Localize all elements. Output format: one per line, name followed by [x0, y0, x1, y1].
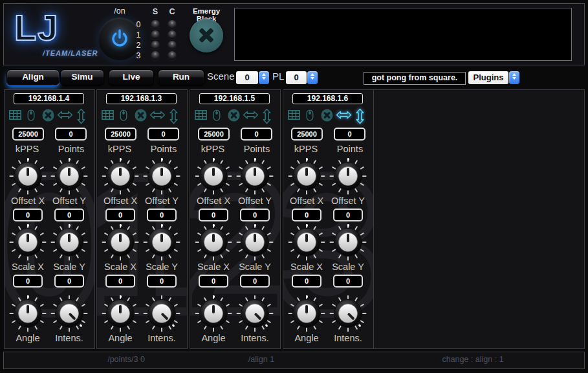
- mouse-icon[interactable]: [116, 107, 131, 124]
- led-row-label: 3: [134, 51, 143, 60]
- grid-icon[interactable]: [100, 107, 115, 124]
- tab-run[interactable]: Run: [158, 69, 204, 85]
- knob-value-field[interactable]: 0: [54, 275, 84, 288]
- stepper-arrows-icon[interactable]: [509, 71, 519, 84]
- intensity-knob[interactable]: [143, 295, 180, 332]
- status-align: /align 1: [248, 355, 274, 364]
- kpps-field[interactable]: 25000: [291, 128, 323, 141]
- clear-x-icon[interactable]: [319, 107, 334, 124]
- ip-address-field[interactable]: 192.168.1.6: [292, 93, 363, 104]
- laser-channel-panel-2: 2 192.168.1.5: [190, 89, 281, 349]
- status-led: [168, 41, 177, 50]
- horizontal-arrows-icon[interactable]: [243, 107, 258, 124]
- knob-value-field[interactable]: 0: [54, 209, 84, 221]
- laser-channel-panel-0: 0 192.168.1.4: [4, 89, 95, 349]
- angle-knob[interactable]: [102, 295, 139, 332]
- app-logo-subtitle: /TEAM/LASER: [43, 49, 98, 57]
- scale-y-knob[interactable]: [236, 223, 274, 261]
- plugins-dropdown[interactable]: Plugins: [468, 71, 519, 84]
- kpps-field[interactable]: 25000: [198, 128, 230, 141]
- vertical-arrows-icon[interactable]: [166, 107, 181, 124]
- status-led: [151, 20, 160, 29]
- scale-x-knob[interactable]: [195, 223, 232, 261]
- scene-label: Scene: [207, 71, 235, 82]
- horizontal-arrows-icon[interactable]: [336, 107, 351, 124]
- ip-address-field[interactable]: 192.168.1.3: [106, 93, 177, 104]
- knob-value-field[interactable]: 0: [292, 275, 321, 288]
- knob-value-field[interactable]: 0: [147, 275, 177, 288]
- clear-x-icon[interactable]: [40, 107, 56, 124]
- scale-x-knob[interactable]: [288, 223, 325, 261]
- knob-value-field[interactable]: 0: [13, 275, 43, 288]
- offset-y-knob[interactable]: [329, 157, 367, 195]
- offset-y-knob[interactable]: [50, 157, 88, 195]
- clear-x-icon[interactable]: [133, 107, 148, 124]
- horizontal-arrows-icon[interactable]: [149, 107, 165, 124]
- knob-value-field[interactable]: 0: [333, 275, 363, 288]
- mouse-icon[interactable]: [23, 107, 39, 124]
- knob-value-field[interactable]: 0: [292, 209, 321, 221]
- led-column-header-s: S: [151, 7, 160, 16]
- scale-y-knob[interactable]: [143, 223, 180, 261]
- emergency-blackout-button[interactable]: [190, 19, 223, 52]
- knob-value-field[interactable]: 0: [13, 209, 43, 221]
- grid-icon[interactable]: [7, 107, 23, 124]
- offset-x-knob[interactable]: [195, 157, 232, 195]
- offset-y-knob[interactable]: [236, 157, 274, 195]
- plugins-dropdown-value[interactable]: Plugins: [468, 71, 508, 84]
- knob-value-field[interactable]: 0: [105, 275, 135, 288]
- knob-value-field[interactable]: 0: [240, 275, 270, 288]
- mouse-icon[interactable]: [209, 107, 224, 124]
- intensity-knob[interactable]: [50, 295, 88, 332]
- knob-value-field[interactable]: 0: [199, 275, 228, 288]
- lj-laser-app: LJ /TEAM/LASER /on 0 1 2 3 S C Emergy Bl…: [0, 0, 588, 373]
- grid-icon[interactable]: [286, 107, 301, 124]
- angle-knob[interactable]: [288, 295, 325, 332]
- kpps-field[interactable]: 25000: [105, 128, 136, 141]
- vertical-arrows-icon[interactable]: [259, 107, 274, 124]
- points-field[interactable]: 0: [334, 128, 365, 141]
- knob-value-field[interactable]: 0: [333, 209, 363, 221]
- scene-value[interactable]: 0: [236, 71, 258, 84]
- scale-x-knob[interactable]: [102, 223, 139, 261]
- points-field[interactable]: 0: [55, 128, 87, 141]
- points-field[interactable]: 0: [241, 128, 272, 141]
- status-points: /points/3 0: [107, 355, 145, 364]
- horizontal-arrows-icon[interactable]: [57, 107, 72, 124]
- tab-live[interactable]: Live: [109, 69, 154, 85]
- kpps-field[interactable]: 25000: [12, 128, 44, 141]
- stepper-arrows-icon[interactable]: [307, 71, 318, 84]
- knob-value-field[interactable]: 0: [240, 209, 270, 221]
- laser-channel-panel-1: 1 192.168.1.3: [96, 89, 188, 349]
- tab-align[interactable]: Align: [6, 69, 60, 85]
- scale-x-knob[interactable]: [9, 223, 47, 261]
- vertical-arrows-icon[interactable]: [73, 107, 89, 124]
- knob-value-field[interactable]: 0: [105, 209, 135, 221]
- stepper-arrows-icon[interactable]: [259, 71, 269, 84]
- knob-value-field[interactable]: 0: [199, 209, 228, 221]
- osc-status-message: got pong from square.: [364, 72, 466, 85]
- grid-icon[interactable]: [193, 107, 208, 124]
- scene-stepper[interactable]: 0: [236, 71, 269, 84]
- offset-x-knob[interactable]: [288, 157, 325, 195]
- vertical-arrows-icon[interactable]: [352, 107, 367, 124]
- tab-simu[interactable]: Simu: [60, 69, 104, 85]
- offset-x-knob[interactable]: [9, 157, 47, 195]
- offset-x-knob[interactable]: [102, 157, 139, 195]
- ip-address-field[interactable]: 192.168.1.4: [14, 93, 84, 104]
- intensity-knob[interactable]: [236, 295, 274, 332]
- clear-x-icon[interactable]: [226, 107, 241, 124]
- scale-y-knob[interactable]: [50, 223, 88, 261]
- angle-knob[interactable]: [9, 295, 47, 332]
- points-field[interactable]: 0: [147, 128, 179, 141]
- ip-address-field[interactable]: 192.168.1.5: [199, 93, 270, 104]
- mouse-icon[interactable]: [302, 107, 318, 124]
- angle-knob[interactable]: [195, 295, 232, 332]
- knob-value-field[interactable]: 0: [147, 209, 177, 221]
- offset-y-knob[interactable]: [143, 157, 180, 195]
- pl-value[interactable]: 0: [286, 71, 307, 84]
- scale-y-knob[interactable]: [329, 223, 367, 261]
- pl-stepper[interactable]: 0: [286, 71, 318, 84]
- intensity-knob[interactable]: [329, 295, 367, 332]
- status-change: change : align : 1: [442, 355, 503, 364]
